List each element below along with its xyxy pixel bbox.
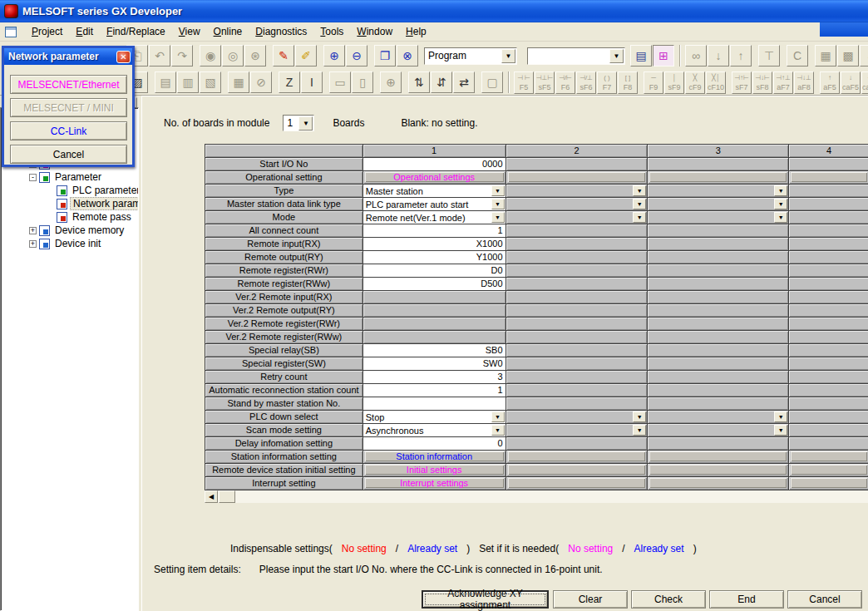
ladder-delete-icon[interactable]: ▧ (200, 71, 221, 93)
cell-remote-input-rx-3[interactable] (648, 238, 789, 251)
row-down-icon[interactable]: ⇓ (860, 45, 868, 67)
ladder-key-f9[interactable]: ─F9 (644, 71, 663, 94)
clock-setting-icon[interactable]: ⊘ (250, 71, 272, 93)
cell-master-station-data-link-type-1[interactable]: PLC parameter auto start▼ (363, 198, 506, 211)
cell-ver-2-remote-register-rww-2[interactable] (506, 331, 649, 344)
target-select[interactable]: ▼ (527, 47, 625, 65)
cell-station-information-setting-2-button[interactable] (508, 451, 646, 461)
cell-remote-input-rx-1[interactable]: X1000 (363, 238, 506, 251)
cell-ver-2-remote-input-rx-1[interactable] (363, 291, 506, 304)
cell-plc-down-select-4[interactable] (789, 411, 868, 424)
column-swap-icon[interactable]: ⇄ (453, 71, 475, 93)
cell-plc-down-select-2[interactable]: ▼ (506, 411, 649, 424)
scroll-left-icon[interactable]: ◀ (205, 490, 218, 503)
cell-operational-setting-3[interactable] (648, 171, 789, 185)
boards-count-select[interactable]: 1 ▼ (283, 115, 314, 131)
search-down-icon[interactable]: ↓ (708, 45, 729, 67)
cell-retry-count-3[interactable] (648, 371, 789, 384)
menu-tools[interactable]: Tools (313, 23, 350, 40)
cell-master-station-data-link-type-2[interactable]: ▼ (506, 198, 649, 211)
chevron-down-icon[interactable]: ▼ (774, 425, 787, 436)
cell-remote-register-rww-2[interactable] (506, 278, 649, 291)
search-up-icon[interactable]: ↑ (730, 45, 752, 67)
device-batch-icon[interactable]: ▦ (228, 71, 249, 93)
cell-remote-register-rww-1[interactable]: D500 (363, 278, 506, 291)
ladder-key-f8[interactable]: [ ]F8 (618, 71, 638, 94)
cell-mode-2[interactable]: ▼ (506, 211, 649, 224)
tile-window-icon[interactable]: ❐ (374, 45, 396, 67)
chevron-down-icon[interactable]: ▼ (633, 199, 646, 209)
cell-ver-2-remote-register-rww-4[interactable] (789, 331, 868, 344)
cell-scan-mode-setting-2[interactable]: ▼ (506, 424, 649, 437)
cell-ver-2-remote-input-rx-3[interactable] (648, 291, 789, 304)
cell-start-i-o-no-4[interactable] (789, 158, 868, 171)
cell-remote-output-ry-3[interactable] (648, 251, 789, 264)
ladder-key-caf5[interactable]: ↓caF5 (841, 71, 861, 94)
cell-ver-2-remote-output-ry-2[interactable] (506, 304, 649, 318)
cell-type-2[interactable]: ▼ (506, 185, 649, 198)
line-insert-icon[interactable]: ⇅ (408, 71, 430, 93)
cell-remote-input-rx-2[interactable] (506, 238, 649, 251)
note-icon[interactable]: I (301, 71, 323, 93)
chevron-down-icon[interactable]: ▼ (491, 199, 505, 209)
cell-operational-setting-4-button[interactable] (791, 172, 867, 182)
cell-special-relay-sb-2[interactable] (506, 344, 649, 357)
zoom-in-icon[interactable]: ⊕ (323, 45, 345, 67)
cell-scan-mode-setting-4[interactable] (789, 424, 868, 437)
cell-ver-2-remote-output-ry-4[interactable] (789, 304, 868, 318)
cell-scan-mode-setting-3[interactable]: ▼ (648, 424, 789, 437)
cell-start-i-o-no-3[interactable] (648, 158, 789, 171)
menu-view[interactable]: View (172, 23, 207, 40)
clear-button[interactable]: Clear (553, 590, 628, 609)
cell-master-station-data-link-type-3[interactable]: ▼ (648, 198, 789, 211)
cell-type-4[interactable] (789, 185, 868, 198)
cancel-button[interactable]: Cancel (787, 590, 862, 609)
cell-interrupt-setting-4-button[interactable] (791, 478, 867, 488)
cell-interrupt-setting-4[interactable] (789, 477, 868, 490)
window-back-icon[interactable]: ▯ (352, 71, 373, 93)
ladder-key-caf10[interactable]: ─/caF10 (861, 71, 868, 94)
ladder-key-sf9[interactable]: │sF9 (664, 71, 684, 94)
cell-station-information-setting-3[interactable] (648, 451, 789, 464)
find-replace-icon[interactable]: ◎ (222, 45, 244, 67)
chevron-down-icon[interactable]: ▼ (633, 425, 646, 436)
dialog-button-melsecnet-ethernet[interactable]: MELSECNET/Ethernet (10, 75, 127, 94)
statement-icon[interactable]: Z (279, 71, 300, 93)
ladder-insert-icon[interactable]: ▥ (177, 71, 199, 93)
cell-operational-setting-3-button[interactable] (649, 172, 787, 182)
cell-remote-device-station-initial-setting-4[interactable] (789, 464, 868, 477)
ladder-key-sf5[interactable]: ⊣⊥⊢sF5 (535, 71, 555, 94)
cell-delay-infomation-setting-3[interactable] (648, 437, 789, 451)
cell-retry-count-4[interactable] (789, 371, 868, 384)
tree-item-plc-parameter[interactable]: PLC parameter (1, 184, 138, 197)
menu-edit[interactable]: Edit (69, 23, 100, 40)
child-window-icon[interactable] (5, 27, 17, 37)
cell-all-connect-count-4[interactable] (789, 224, 868, 238)
cell-remote-device-station-initial-setting-3-button[interactable] (649, 465, 787, 475)
cell-station-information-setting-2[interactable] (506, 451, 649, 464)
collapse-icon[interactable]: - (29, 174, 37, 181)
cell-delay-infomation-setting-1[interactable]: 0 (363, 437, 506, 451)
cell-master-station-data-link-type-4[interactable] (789, 198, 868, 211)
chevron-down-icon[interactable]: ▼ (491, 425, 505, 436)
cell-stand-by-master-station-no-1[interactable] (363, 397, 506, 411)
cell-remote-device-station-initial-setting-4-button[interactable] (791, 465, 867, 475)
cell-scan-mode-setting-1[interactable]: Asynchronous▼ (363, 424, 506, 437)
cell-ver-2-remote-register-rwr-1[interactable] (363, 318, 506, 331)
project-review-icon[interactable]: ⊗ (397, 45, 418, 67)
chevron-down-icon[interactable]: ▼ (774, 199, 787, 209)
cell-all-connect-count-1[interactable]: 1 (363, 224, 506, 238)
cell-interrupt-setting-3-button[interactable] (649, 478, 787, 488)
cell-stand-by-master-station-no-2[interactable] (506, 397, 649, 411)
cell-remote-register-rwr-1[interactable]: D0 (363, 264, 506, 278)
cell-operational-setting-1[interactable]: Operational settings (363, 171, 506, 185)
menu-help[interactable]: Help (399, 23, 433, 40)
cell-remote-device-station-initial-setting-1[interactable]: Initial settings (363, 464, 506, 477)
close-icon[interactable]: ✕ (116, 51, 131, 63)
cell-automatic-reconnection-station-count-4[interactable] (789, 384, 868, 397)
cell-special-relay-sb-4[interactable] (789, 344, 868, 357)
cell-mode-1[interactable]: Remote net(Ver.1 mode)▼ (363, 211, 506, 224)
menu-project[interactable]: Project (25, 23, 69, 40)
end-button[interactable]: End (709, 590, 784, 609)
cell-stand-by-master-station-no-4[interactable] (789, 397, 868, 411)
